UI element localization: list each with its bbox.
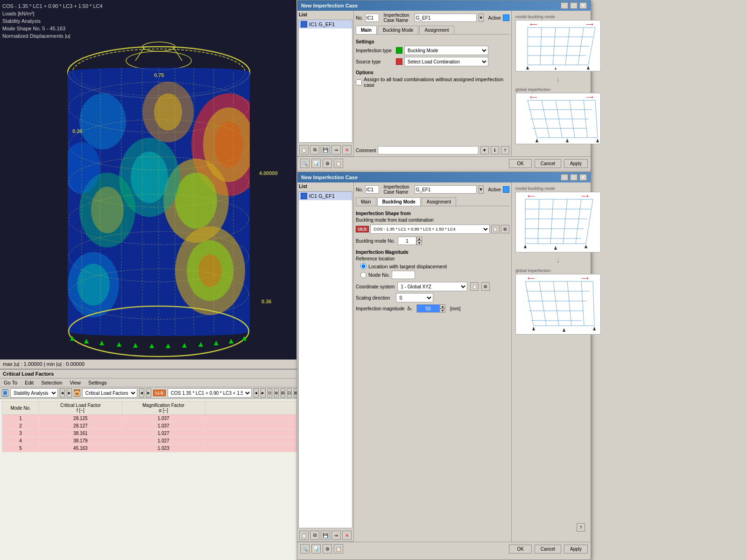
svg-line-112 xyxy=(567,281,571,326)
d2-delete-btn[interactable]: ✕ xyxy=(342,531,352,540)
d2-tab-assignment[interactable]: Assignment xyxy=(422,197,456,206)
d2-preview1-panel: ⟵ ⟶ xyxy=(515,192,601,252)
tb-icon4[interactable]: ⊡ xyxy=(287,388,292,398)
name-input[interactable] xyxy=(415,14,477,22)
d1-footer-btn4[interactable]: 📋 xyxy=(334,159,343,168)
prev-lc-btn[interactable]: ◄ xyxy=(254,388,259,398)
d2-lc-select[interactable]: COS - 1.35 * LC1 + 0.90 * LC3 + 1.50 * L… xyxy=(370,224,490,234)
dialog1-cancel-btn[interactable]: Cancel xyxy=(535,159,561,168)
d2-tab-buckling-mode[interactable]: Buckling Mode xyxy=(377,197,421,206)
d2-footer-btn4[interactable]: 📋 xyxy=(334,544,343,553)
prev-analysis-btn[interactable]: ◄ xyxy=(60,388,65,398)
tab-main[interactable]: Main xyxy=(356,26,377,34)
table-row[interactable]: 1 28.125 1.037 xyxy=(2,415,297,422)
d1-new-btn[interactable]: 📋 xyxy=(299,145,309,154)
toolbar-icon-analysis[interactable] xyxy=(2,389,8,397)
source-type-select[interactable]: Select Load Combination xyxy=(404,57,488,66)
d2-mode-no-up[interactable]: ▲ xyxy=(416,237,422,241)
svg-line-109 xyxy=(525,281,534,326)
comment-input[interactable] xyxy=(378,146,478,154)
menu-selection[interactable]: Selection xyxy=(40,379,63,386)
no-input[interactable] xyxy=(365,14,379,22)
dialog1-apply-btn[interactable]: Apply xyxy=(564,159,588,168)
dialog2-apply-btn[interactable]: Apply xyxy=(564,545,588,553)
d2-coord-btn1[interactable]: 📋 xyxy=(470,282,479,291)
d2-node-no-input[interactable] xyxy=(392,271,415,279)
d2-save-btn[interactable]: 💾 xyxy=(321,531,330,540)
d1-save-btn[interactable]: 💾 xyxy=(321,145,330,154)
d1-footer-btn1[interactable]: 🔍 xyxy=(300,159,310,168)
prev-clf-btn[interactable]: ◄ xyxy=(139,388,144,398)
dialog1-minimize[interactable]: ─ xyxy=(561,2,568,9)
d2-mode-no-down[interactable]: ▼ xyxy=(416,241,422,245)
tab-assignment[interactable]: Assignment xyxy=(419,26,454,34)
dialog1-maximize[interactable]: □ xyxy=(570,2,578,9)
d1-footer-btn2[interactable]: 📊 xyxy=(311,159,321,168)
d2-radio-node[interactable] xyxy=(360,272,366,278)
tab-buckling-mode[interactable]: Buckling Mode xyxy=(378,26,419,34)
d2-radio-largest[interactable] xyxy=(360,263,366,269)
menu-settings[interactable]: Settings xyxy=(87,379,108,386)
tb-icon3[interactable]: ⊞ xyxy=(281,388,285,398)
d2-active-checkbox[interactable] xyxy=(503,186,509,193)
d2-magnitude-input[interactable] xyxy=(416,304,440,313)
d2-list-item-ic1[interactable]: IC1 G_EF1 xyxy=(299,192,352,200)
menu-edit[interactable]: Edit xyxy=(24,379,35,386)
toolbar-icon-clf[interactable] xyxy=(74,389,80,397)
next-lc-btn[interactable]: ► xyxy=(261,388,266,398)
d2-magnitude-up[interactable]: ▲ xyxy=(440,304,445,308)
d2-lc-btn2[interactable]: ⊞ xyxy=(501,225,509,233)
d2-tab-main[interactable]: Main xyxy=(356,197,376,206)
table-row[interactable]: 5 45.163 1.023 xyxy=(2,445,297,452)
d1-footer-btn3[interactable]: ⚙ xyxy=(323,159,332,168)
d2-coord-select[interactable]: 1 - Global XYZ xyxy=(397,282,467,291)
d1-copy-btn[interactable]: ⧉ xyxy=(310,145,319,154)
d2-coord-btn2[interactable]: ⊞ xyxy=(481,282,490,291)
d2-footer-btn1[interactable]: 🔍 xyxy=(300,544,310,553)
lc-combo-select[interactable]: COS 1.35 * LC1 + 0.90 * LC3 + 1.50 * ... xyxy=(168,388,252,398)
next-clf-btn[interactable]: ► xyxy=(146,388,151,398)
tb-icon2[interactable]: ⊕ xyxy=(274,388,279,398)
imperfection-type-select[interactable]: Buckling Mode xyxy=(404,46,488,55)
dialog2-minimize[interactable]: ─ xyxy=(561,174,568,181)
clf-select[interactable]: Critical Load Factors xyxy=(82,388,137,398)
name-dropdown-btn[interactable]: ▼ xyxy=(479,14,484,22)
menu-view[interactable]: View xyxy=(69,379,82,386)
assign-checkbox[interactable] xyxy=(356,79,362,85)
d2-export-btn[interactable]: ⇒ xyxy=(331,531,341,540)
d1-export-btn[interactable]: ⇒ xyxy=(331,145,341,154)
d1-delete-btn[interactable]: ✕ xyxy=(342,145,352,154)
comment-help-btn[interactable]: ? xyxy=(501,146,509,154)
d2-no-input[interactable] xyxy=(365,185,379,194)
tb-icon1[interactable]: ⊙ xyxy=(268,388,272,398)
dialog2-cancel-btn[interactable]: Cancel xyxy=(535,545,561,553)
dialog1-close[interactable]: ✕ xyxy=(579,2,587,9)
d2-footer-btn3[interactable]: ⚙ xyxy=(323,544,332,553)
d2-lc-btn1[interactable]: 📋 xyxy=(491,225,500,233)
dialog2-ok-btn[interactable]: OK xyxy=(509,545,531,553)
d2-mode-no-input[interactable] xyxy=(398,237,416,245)
d2-magnitude-down[interactable]: ▼ xyxy=(440,308,445,313)
next-analysis-btn[interactable]: ► xyxy=(67,388,72,398)
d2-name-input[interactable] xyxy=(415,185,477,194)
list-item-ic1[interactable]: IC1 G_EF1 xyxy=(299,20,352,28)
d2-footer-btn2[interactable]: 📊 xyxy=(311,544,321,553)
dialog2-maximize[interactable]: □ xyxy=(570,174,578,181)
table-row[interactable]: 4 38.179 1.027 xyxy=(2,437,297,445)
table-row[interactable]: 2 28.127 1.037 xyxy=(2,422,297,430)
dialog1-ok-btn[interactable]: OK xyxy=(509,159,531,168)
svg-line-94 xyxy=(550,199,553,244)
d2-info-btn[interactable]: ? xyxy=(577,523,585,532)
active-checkbox[interactable] xyxy=(503,14,509,21)
comment-info-btn[interactable]: ℹ xyxy=(491,146,499,154)
d2-scaling-select[interactable]: S xyxy=(396,293,433,302)
analysis-type-select[interactable]: Stability Analysis xyxy=(10,388,58,398)
table-row[interactable]: 3 38.161 1.027 xyxy=(2,430,297,437)
d2-new-btn[interactable]: 📋 xyxy=(299,531,309,540)
dialog2-close[interactable]: ✕ xyxy=(579,174,587,181)
comment-dropdown-btn[interactable]: ▼ xyxy=(480,146,489,154)
d2-name-dropdown-btn[interactable]: ▼ xyxy=(479,185,484,194)
d2-copy-btn[interactable]: ⧉ xyxy=(310,531,319,540)
d2-mode-no-label: Buckling mode No. xyxy=(356,238,395,244)
menu-goto[interactable]: Go To xyxy=(3,379,18,386)
